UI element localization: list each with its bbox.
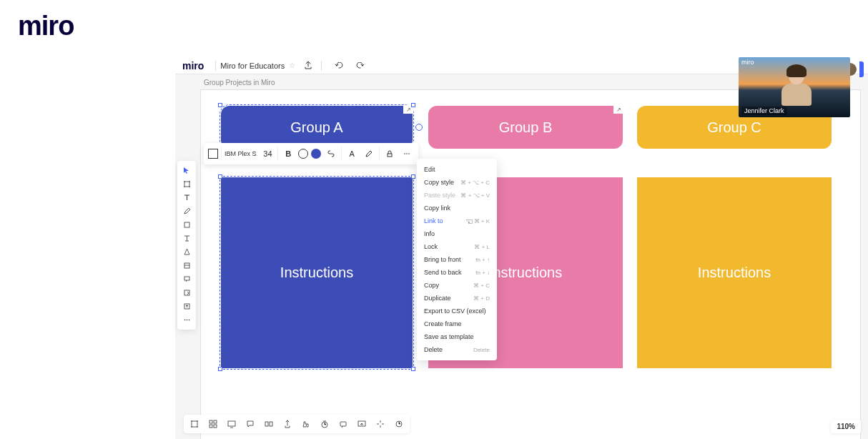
- menu-lock[interactable]: Lock⌘ + L: [417, 240, 497, 253]
- frame-tool-icon[interactable]: [188, 418, 201, 430]
- sticky-tool-icon[interactable]: [179, 232, 194, 245]
- svg-rect-10: [270, 422, 272, 426]
- separator: [221, 147, 222, 160]
- grid-tool-icon[interactable]: [207, 418, 220, 430]
- menu-paste-style: Paste style⌘ + ⌥ + V: [417, 189, 497, 202]
- menu-info[interactable]: Info: [417, 227, 497, 240]
- more-tools-icon[interactable]: [179, 313, 194, 327]
- undo-icon[interactable]: [330, 59, 347, 73]
- chat-icon[interactable]: [337, 418, 350, 430]
- selection-handle[interactable]: [411, 174, 415, 179]
- svg-rect-12: [340, 422, 346, 426]
- svg-rect-6: [209, 425, 212, 428]
- redo-icon[interactable]: [352, 59, 369, 73]
- comment-icon[interactable]: [244, 418, 257, 430]
- app-logo: miro: [182, 60, 204, 71]
- shape-picker-icon[interactable]: [208, 149, 218, 159]
- upload-tool-icon[interactable]: [179, 300, 194, 313]
- svg-rect-0: [388, 154, 392, 157]
- svg-point-20: [184, 320, 185, 321]
- selection-handle[interactable]: [218, 103, 222, 107]
- menu-copy[interactable]: Copy⌘ + C: [417, 279, 497, 292]
- bold-button[interactable]: B: [281, 145, 295, 162]
- svg-point-1: [404, 153, 405, 154]
- menu-duplicate[interactable]: Duplicate⌘ + D: [417, 292, 497, 305]
- video-call-overlay[interactable]: miro Jennifer Clark: [739, 57, 850, 117]
- card-tool-icon[interactable]: [179, 259, 194, 272]
- menu-edit[interactable]: Edit: [417, 163, 497, 176]
- border-color-icon[interactable]: [298, 149, 308, 159]
- selection-handle[interactable]: [411, 103, 415, 107]
- svg-rect-8: [228, 421, 235, 426]
- timer-icon[interactable]: [318, 418, 331, 430]
- templates-tool-icon[interactable]: [179, 177, 194, 191]
- menu-export-csv[interactable]: Export to CSV (excel): [417, 305, 497, 317]
- left-toolbar: [177, 161, 196, 330]
- separator: [341, 147, 342, 160]
- more-options-icon[interactable]: [400, 145, 414, 162]
- comment-tool-icon[interactable]: [179, 272, 194, 286]
- context-menu: Edit Copy style⌘ + ⌥ + C Paste style⌘ + …: [417, 159, 497, 360]
- board-name[interactable]: Miro for Educators: [220, 61, 285, 70]
- menu-send-back[interactable]: Send to backfn + ↓: [417, 266, 497, 279]
- lock-icon[interactable]: [383, 145, 397, 162]
- rotate-handle[interactable]: [415, 124, 423, 131]
- star-icon[interactable]: ☆: [289, 61, 295, 69]
- share-button[interactable]: [859, 61, 864, 77]
- text-tool-icon[interactable]: [179, 191, 194, 204]
- vote-icon[interactable]: [300, 418, 312, 430]
- group-a-header-shape[interactable]: Group A ↗: [221, 106, 413, 149]
- link-icon[interactable]: [324, 145, 338, 162]
- selection-handle[interactable]: [218, 367, 222, 371]
- svg-rect-5: [214, 420, 217, 423]
- separator: [379, 147, 380, 160]
- font-picker[interactable]: IBM Plex S…: [225, 145, 258, 162]
- presentation-icon[interactable]: [225, 418, 238, 430]
- svg-rect-9: [265, 422, 268, 426]
- zoom-level[interactable]: 110%: [831, 420, 861, 433]
- breadcrumb: Group Projects in Miro: [204, 79, 275, 87]
- select-tool-icon[interactable]: [179, 164, 194, 177]
- context-toolbar: IBM Plex S… 34 B A: [204, 143, 418, 164]
- group-b-header-shape[interactable]: Group B ↗: [428, 106, 623, 149]
- selection-handle[interactable]: [411, 367, 415, 371]
- separator: [277, 147, 278, 160]
- instructions-label: Instructions: [489, 265, 562, 281]
- svg-rect-4: [209, 420, 212, 423]
- fill-color-icon[interactable]: [311, 149, 321, 159]
- page-logo: miro: [18, 11, 74, 41]
- group-b-title: Group B: [499, 119, 552, 136]
- menu-create-frame[interactable]: Create frame: [417, 317, 497, 330]
- group-c-instructions-shape[interactable]: Instructions: [637, 177, 832, 368]
- pen-tool-icon[interactable]: [179, 204, 194, 218]
- font-size[interactable]: 34: [260, 145, 275, 162]
- selection-handle[interactable]: [218, 174, 222, 179]
- menu-save-template[interactable]: Save as template: [417, 330, 497, 343]
- video-person: [778, 66, 814, 106]
- separator: [321, 61, 322, 71]
- svg-point-3: [408, 153, 410, 154]
- connection-tool-icon[interactable]: [179, 245, 194, 259]
- activity-icon[interactable]: [374, 418, 387, 430]
- history-icon[interactable]: [393, 418, 405, 430]
- cards-icon[interactable]: [262, 418, 275, 430]
- frame-tool-icon[interactable]: [179, 286, 194, 300]
- export-icon[interactable]: [300, 59, 317, 73]
- canvas[interactable]: Group A ↗ Group B ↗ Group C ↗ Instructio…: [200, 89, 861, 439]
- bottom-toolbar: [184, 415, 410, 433]
- pen-icon[interactable]: [362, 145, 376, 162]
- menu-delete[interactable]: DeleteDelete: [417, 343, 497, 356]
- shape-tool-icon[interactable]: [179, 218, 194, 232]
- video-top-label: miro: [741, 59, 754, 66]
- menu-bring-front[interactable]: Bring to frontfn + ↑: [417, 253, 497, 266]
- group-a-instructions-shape[interactable]: Instructions: [221, 177, 413, 368]
- lock-handle-icon[interactable]: ↗: [613, 105, 623, 114]
- export-tool-icon[interactable]: [281, 418, 294, 430]
- screenshare-icon[interactable]: [355, 418, 368, 430]
- separator: [215, 61, 216, 71]
- svg-rect-7: [214, 425, 217, 428]
- menu-copy-style[interactable]: Copy style⌘ + ⌥ + C: [417, 176, 497, 189]
- menu-link-to[interactable]: Link to⌘ + K: [417, 214, 497, 227]
- menu-copy-link[interactable]: Copy link: [417, 202, 497, 214]
- text-style-button[interactable]: A: [345, 145, 359, 162]
